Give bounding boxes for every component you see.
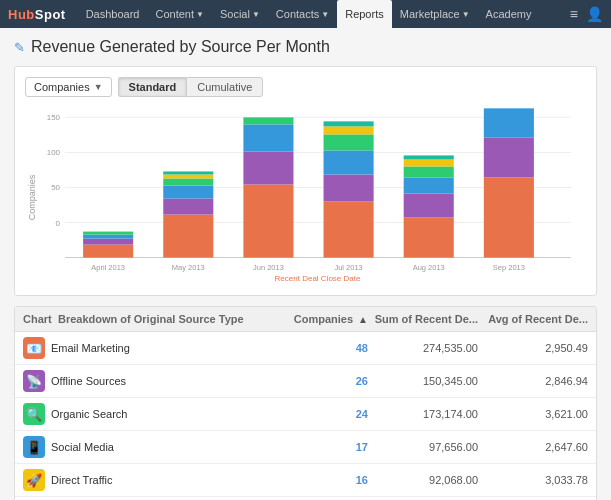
row-companies-2[interactable]: 24 [278, 408, 368, 420]
row-avg-1: 2,846.94 [478, 375, 588, 387]
chart-svg: Companies 150 100 50 0 [25, 105, 586, 285]
svg-text:Recent Deal Close Date: Recent Deal Close Date [275, 274, 361, 283]
bar-sep-orange [484, 177, 534, 257]
nav-reports[interactable]: Reports [337, 0, 392, 28]
bar-jul-blue [324, 150, 374, 174]
bar-aug-teal [404, 155, 454, 159]
nav-content[interactable]: Content▼ [148, 0, 212, 28]
row-sum-3: 97,656.00 [368, 441, 478, 453]
row-sum-1: 150,345.00 [368, 375, 478, 387]
bar-apr-orange [83, 245, 133, 258]
row-icon-1: 📡 [23, 370, 45, 392]
svg-text:Sep 2013: Sep 2013 [493, 263, 525, 272]
col-header-sum: Sum of Recent De... [368, 313, 478, 325]
bar-chart: Companies 150 100 50 0 [25, 105, 586, 285]
user-icon[interactable]: 👤 [586, 6, 603, 22]
bar-apr-purple [83, 239, 133, 245]
metric-dropdown[interactable]: Companies ▼ [25, 77, 112, 97]
col-header-chart: Chart [23, 313, 58, 325]
row-avg-2: 3,621.00 [478, 408, 588, 420]
row-avg-0: 2,950.49 [478, 342, 588, 354]
data-table: Chart Breakdown of Original Source Type … [14, 306, 597, 500]
chart-controls: Companies ▼ Standard Cumulative [25, 77, 586, 97]
bar-sep-blue [484, 108, 534, 137]
menu-icon[interactable]: ≡ [570, 6, 578, 22]
row-sum-0: 274,535.00 [368, 342, 478, 354]
bar-apr-green [83, 232, 133, 235]
edit-icon[interactable]: ✎ [14, 40, 25, 55]
view-toggle: Standard Cumulative [118, 77, 264, 97]
row-companies-3[interactable]: 17 [278, 441, 368, 453]
chart-card: Companies ▼ Standard Cumulative Companie… [14, 66, 597, 296]
row-label-3: Social Media [51, 441, 278, 453]
dropdown-caret-icon: ▼ [94, 82, 103, 92]
bar-jun-orange [243, 184, 293, 257]
bar-jul-purple [324, 174, 374, 201]
bar-jul-teal [324, 121, 374, 126]
row-avg-4: 3,033.78 [478, 474, 588, 486]
svg-text:100: 100 [47, 148, 61, 157]
cumulative-btn[interactable]: Cumulative [186, 77, 263, 97]
row-label-2: Organic Search [51, 408, 278, 420]
nav-marketplace[interactable]: Marketplace▼ [392, 0, 478, 28]
bar-aug-blue [404, 177, 454, 193]
row-avg-3: 2,647.60 [478, 441, 588, 453]
bar-jun-green [243, 117, 293, 124]
bar-may-purple [163, 199, 213, 215]
bar-may-blue [163, 185, 213, 198]
row-companies-1[interactable]: 26 [278, 375, 368, 387]
logo[interactable]: HubSpot [8, 7, 66, 22]
row-icon-0: 📧 [23, 337, 45, 359]
bar-sep-purple [484, 137, 534, 177]
svg-text:Jul 2013: Jul 2013 [334, 263, 362, 272]
bar-aug-yellow [404, 159, 454, 166]
row-companies-4[interactable]: 16 [278, 474, 368, 486]
sort-arrow-icon: ▲ [358, 314, 368, 325]
table-row: 🚀 Direct Traffic 16 92,068.00 3,033.78 [15, 464, 596, 497]
row-icon-3: 📱 [23, 436, 45, 458]
bar-aug-orange [404, 218, 454, 258]
svg-text:May 2013: May 2013 [172, 263, 205, 272]
row-companies-0[interactable]: 48 [278, 342, 368, 354]
bar-may-teal [163, 171, 213, 174]
nav-academy[interactable]: Academy [478, 0, 540, 28]
row-sum-4: 92,068.00 [368, 474, 478, 486]
bar-jun-blue [243, 124, 293, 151]
top-nav: HubSpot Dashboard Content▼ Social▼ Conta… [0, 0, 611, 28]
bar-apr-blue [83, 235, 133, 239]
table-row: 📧 Email Marketing 48 274,535.00 2,950.49 [15, 332, 596, 365]
page-title: Revenue Generated by Source Per Month [31, 38, 330, 56]
bar-aug-purple [404, 193, 454, 217]
bar-jun-purple [243, 151, 293, 184]
nav-right: ≡ 👤 [570, 6, 603, 22]
row-label-4: Direct Traffic [51, 474, 278, 486]
svg-text:50: 50 [51, 183, 60, 192]
nav-items: Dashboard Content▼ Social▼ Contacts▼ Rep… [78, 0, 570, 28]
nav-social[interactable]: Social▼ [212, 0, 268, 28]
col-header-source: Breakdown of Original Source Type [58, 313, 278, 325]
bar-may-green [163, 178, 213, 185]
row-label-1: Offline Sources [51, 375, 278, 387]
row-icon-4: 🚀 [23, 469, 45, 491]
row-sum-2: 173,174.00 [368, 408, 478, 420]
svg-text:Companies: Companies [27, 174, 37, 220]
svg-text:Aug 2013: Aug 2013 [413, 263, 445, 272]
svg-text:April 2013: April 2013 [91, 263, 125, 272]
bar-jul-orange [324, 202, 374, 258]
nav-contacts[interactable]: Contacts▼ [268, 0, 337, 28]
bar-may-yellow [163, 174, 213, 178]
bar-aug-green [404, 166, 454, 177]
page-title-row: ✎ Revenue Generated by Source Per Month [14, 38, 597, 56]
standard-btn[interactable]: Standard [118, 77, 187, 97]
nav-dashboard[interactable]: Dashboard [78, 0, 148, 28]
row-icon-2: 🔍 [23, 403, 45, 425]
table-header: Chart Breakdown of Original Source Type … [15, 307, 596, 332]
col-header-companies[interactable]: Companies ▲ [278, 313, 368, 325]
bar-may-orange [163, 215, 213, 258]
bar-jul-yellow [324, 126, 374, 134]
table-row: 📱 Social Media 17 97,656.00 2,647.60 [15, 431, 596, 464]
table-row: 🔍 Organic Search 24 173,174.00 3,621.00 [15, 398, 596, 431]
table-row: 📡 Offline Sources 26 150,345.00 2,846.94 [15, 365, 596, 398]
svg-text:Jun 2013: Jun 2013 [253, 263, 284, 272]
row-label-0: Email Marketing [51, 342, 278, 354]
